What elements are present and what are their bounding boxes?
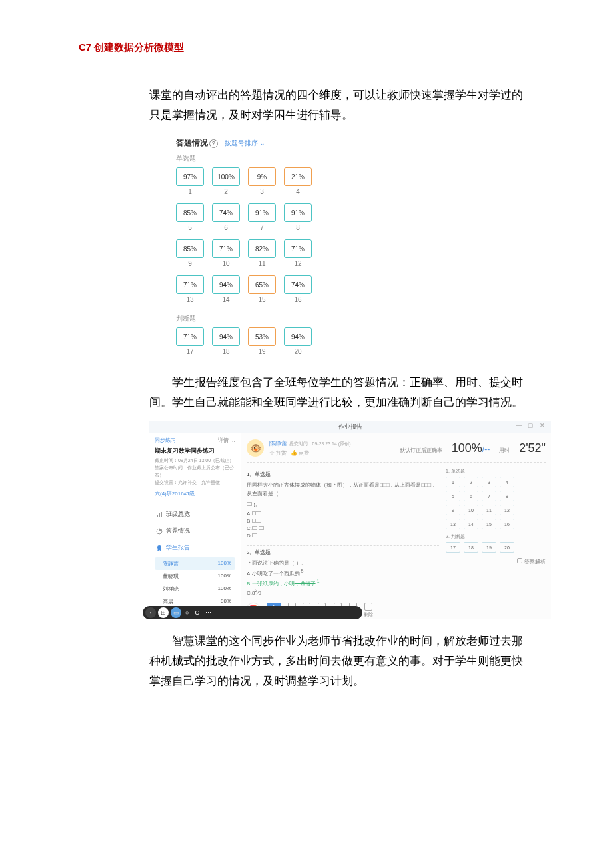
- answer-cell[interactable]: 85%9: [176, 239, 204, 273]
- qnav-cell[interactable]: 18: [464, 542, 478, 553]
- qnav-cell[interactable]: 3: [482, 477, 496, 487]
- answer-cell[interactable]: 94%18: [212, 327, 240, 361]
- q1-opt-b[interactable]: B.: [247, 518, 439, 524]
- qnav-cell[interactable]: 17: [446, 542, 460, 553]
- nav-class-overview[interactable]: 班级总览: [155, 506, 235, 523]
- class-selector[interactable]: 六(4)班2016#1级: [155, 490, 235, 500]
- content-frame: 课堂的自动评出的答题情况的四个维度，可以让教师快速掌握学生对学过的只是掌握情况，…: [79, 73, 545, 709]
- qnav-cell[interactable]: 11: [482, 505, 496, 515]
- answer-analysis-toggle[interactable]: 答案解析: [446, 558, 546, 565]
- accuracy-label: 默认订正后正确率: [400, 447, 442, 454]
- qnav-cell[interactable]: 13: [446, 519, 460, 529]
- answer-cell[interactable]: 21%4: [284, 167, 312, 201]
- breadcrumb: 同步练习 详情 …: [155, 437, 235, 444]
- svg-rect-2: [161, 512, 162, 517]
- taskbar-app[interactable]: ▭: [171, 607, 181, 618]
- qnav-cell[interactable]: 6: [464, 491, 478, 501]
- answer-cell[interactable]: 9%3: [248, 167, 276, 201]
- q1-opt-a[interactable]: A.: [247, 511, 439, 517]
- paragraph-1: 课堂的自动评出的答题情况的四个维度，可以让教师快速掌握学生对学过的只是掌握情况，…: [79, 73, 545, 125]
- qnav-cell[interactable]: 15: [482, 519, 496, 529]
- answer-cell[interactable]: 65%15: [248, 275, 276, 309]
- taskbar-c-icon[interactable]: C: [193, 609, 201, 616]
- trash-icon: [364, 603, 372, 611]
- student-row[interactable]: 陈静蕾100%: [155, 557, 235, 570]
- q1-opt-c[interactable]: C.: [247, 525, 439, 531]
- q1-text: 用同样大小的正方体摆成的物体（如下图），从正面看是□□□，从上面看是□□□，从左…: [247, 481, 439, 498]
- window-titlebar: 作业报告 — ▢ ✕: [149, 421, 551, 433]
- q2-opt-b[interactable]: B.一张纸厚约，小明，做错了 1: [247, 579, 439, 587]
- qnav-cell[interactable]: 9: [446, 505, 460, 515]
- window-controls[interactable]: — ▢ ✕: [516, 422, 547, 429]
- qnav-cell[interactable]: 8: [500, 491, 514, 501]
- qnav-cell[interactable]: 7: [482, 491, 496, 501]
- answer-cell[interactable]: 74%6: [212, 203, 240, 237]
- answer-cell[interactable]: 71%13: [176, 275, 204, 309]
- taskbar-circle[interactable]: ○: [183, 609, 191, 616]
- panel-title: 答题情况?: [176, 137, 218, 149]
- student-row[interactable]: 董晓琪100%: [155, 570, 235, 583]
- qnav-cell[interactable]: 5: [446, 491, 460, 501]
- q2-opt-c[interactable]: C.82⁄9: [247, 588, 439, 596]
- q2-section: 2、单选题: [247, 549, 439, 556]
- answer-cell[interactable]: 94%14: [212, 275, 240, 309]
- tool-delete[interactable]: 删除: [364, 603, 373, 618]
- reward-button[interactable]: ☆ 打赏: [269, 449, 287, 457]
- q1-section: 1、单选题: [247, 471, 439, 478]
- nav-answer-situation[interactable]: 答题情况: [155, 523, 235, 539]
- answer-cell[interactable]: 71%17: [176, 327, 204, 361]
- avatar: 🐵: [247, 439, 264, 457]
- report-main: 🐵 陈静蕾 提交时间：09-23 23:14 (原创) ☆ 打赏 👍 点赞 默认…: [241, 433, 551, 619]
- qnav-cell[interactable]: 20: [500, 542, 514, 553]
- page-header: C7 创建数据分析微模型: [0, 0, 613, 54]
- time-label: 用时: [499, 447, 510, 454]
- question-column: 1、单选题 用同样大小的正方体摆成的物体（如下图），从正面看是□□□，从上面看是…: [247, 468, 439, 618]
- answer-cell[interactable]: 97%1: [176, 167, 204, 201]
- qnav-cell[interactable]: 12: [500, 505, 514, 515]
- answer-cell[interactable]: 71%12: [284, 239, 312, 273]
- qnav-cell[interactable]: 10: [464, 505, 478, 515]
- pie-icon: [156, 528, 163, 535]
- q2-opt-a[interactable]: A.小明吃了一个西瓜的 5: [247, 569, 439, 577]
- bottom-taskbar: ‹ ⊞ ▭ ○ C ⋯: [143, 606, 362, 619]
- student-name: 陈静蕾: [269, 440, 287, 447]
- answer-cell[interactable]: 85%5: [176, 203, 204, 237]
- assignment-title: 期末复习数学同步练习: [155, 447, 235, 455]
- qnav-cell[interactable]: 2: [464, 477, 478, 487]
- paragraph-2: 学生报告维度包含了全班每位学生的答题情况：正确率、用时、提交时间。学生自己就能能…: [79, 361, 545, 413]
- nav-student-report[interactable]: 学生报告: [155, 539, 235, 556]
- student-header: 🐵 陈静蕾 提交时间：09-23 23:14 (原创) ☆ 打赏 👍 点赞 默认…: [247, 437, 546, 463]
- taskbar-prev[interactable]: ‹: [145, 607, 156, 618]
- answer-cell[interactable]: 82%11: [248, 239, 276, 273]
- answer-situation-panel: 答题情况? 按题号排序 ⌄ 单选题 97%1100%29%321%485%574…: [176, 137, 329, 361]
- answer-cell[interactable]: 100%2: [212, 167, 240, 201]
- like-button[interactable]: 👍 点赞: [291, 449, 309, 457]
- student-report-screenshot: 作业报告 — ▢ ✕ 同步练习 详情 … 期末复习数学同步练习 截止时间：08月…: [149, 421, 551, 619]
- student-row[interactable]: 刘祥晓100%: [155, 583, 235, 595]
- help-icon[interactable]: ?: [209, 139, 218, 148]
- taskbar-home[interactable]: ⊞: [158, 607, 169, 618]
- qnav-cell[interactable]: 14: [464, 519, 478, 529]
- qnav-cell[interactable]: 19: [482, 542, 496, 553]
- answer-cell[interactable]: 71%10: [212, 239, 240, 273]
- section-single-choice: 单选题: [176, 154, 329, 163]
- accuracy-value: 100%/--: [452, 441, 490, 455]
- chart-icon: [156, 511, 163, 518]
- answer-cell[interactable]: 91%7: [248, 203, 276, 237]
- taskbar-dots[interactable]: ⋯: [203, 609, 213, 616]
- qnav-cell[interactable]: 1: [446, 477, 460, 487]
- time-value: 2'52": [519, 441, 546, 455]
- qnav-cell[interactable]: 4: [500, 477, 514, 487]
- assignment-meta: 截止时间：08月24日 13:00（已截止） 答案公布时间：作业截上后公布（已公…: [155, 457, 235, 486]
- report-sidebar: 同步练习 详情 … 期末复习数学同步练习 截止时间：08月24日 13:00（已…: [149, 433, 241, 619]
- answer-cell[interactable]: 74%16: [284, 275, 312, 309]
- answer-cell[interactable]: 91%8: [284, 203, 312, 237]
- q1-opt-d[interactable]: D.: [247, 533, 439, 539]
- sort-dropdown[interactable]: 按题号排序 ⌄: [225, 139, 265, 148]
- medal-icon: [156, 545, 163, 551]
- paragraph-3: 智慧课堂的这个同步作业为老师节省批改作业的时间，解放老师过去那种机械式的批改作业…: [79, 619, 545, 691]
- answer-cell[interactable]: 94%20: [284, 327, 312, 361]
- qnav-cell[interactable]: 16: [500, 519, 514, 529]
- answer-cell[interactable]: 53%19: [248, 327, 276, 361]
- question-nav-grid: 1. 单选题 12345678910111213141516 2. 判断题 17…: [446, 468, 546, 618]
